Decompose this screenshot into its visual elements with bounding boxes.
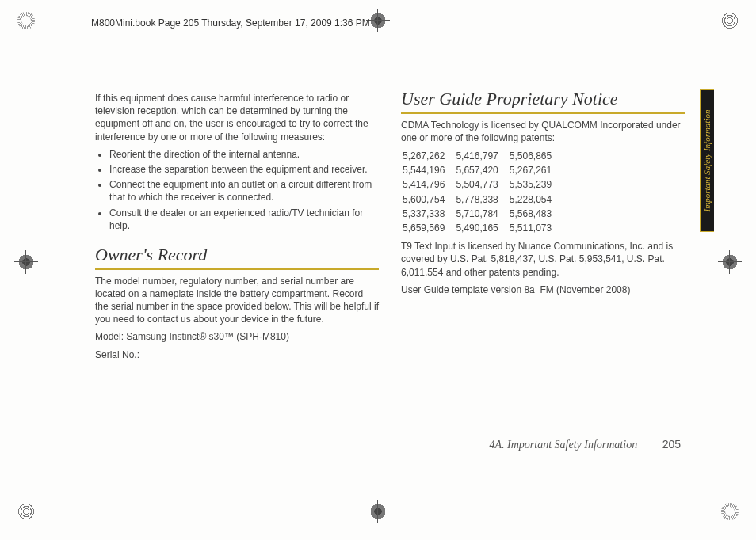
heading-proprietary-notice: User Guide Proprietary Notice <box>401 87 685 114</box>
owner-serial: Serial No.: <box>95 348 379 361</box>
owner-model: Model: Samsung Instinct® s30™ (SPH-M810) <box>95 330 379 343</box>
t9-paragraph: T9 Text Input is licensed by Nuance Comm… <box>401 240 685 279</box>
patent-table: 5,267,2625,416,7975,506,865 5,544,1965,6… <box>403 149 563 235</box>
measures-list: Reorient the direction of the internal a… <box>95 148 379 232</box>
intro-paragraph: If this equipment does cause harmful int… <box>95 92 379 143</box>
crop-mark-icon <box>17 253 35 271</box>
page-header: M800Mini.book Page 205 Thursday, Septemb… <box>91 17 665 32</box>
list-item: Consult the dealer or an experienced rad… <box>109 207 379 232</box>
table-row: 5,414,7965,504,7735,535,239 <box>403 177 563 192</box>
list-item: Reorient the direction of the internal a… <box>109 148 379 161</box>
page-number: 205 <box>662 438 681 451</box>
crop-mark-icon <box>721 503 739 520</box>
crop-mark-icon <box>721 12 739 29</box>
table-row: 5,267,2625,416,7975,506,865 <box>403 149 563 163</box>
crop-mark-icon <box>721 253 739 271</box>
crop-mark-icon <box>17 12 35 29</box>
page-footer: 4A. Important Safety Information 205 <box>489 438 681 451</box>
table-row: 5,337,3385,710,7845,568,483 <box>403 207 563 221</box>
list-item: Increase the separation between the equi… <box>109 163 379 176</box>
left-column: If this equipment does cause harmful int… <box>95 87 379 366</box>
side-tab-label: Important Safety Information <box>703 110 712 212</box>
list-item: Connect the equipment into an outlet on … <box>109 178 379 203</box>
heading-owners-record: Owner's Record <box>95 243 379 270</box>
right-column: User Guide Proprietary Notice CDMA Techn… <box>401 87 685 366</box>
table-row: 5,600,7545,778,3385,228,054 <box>403 192 563 207</box>
side-tab: Important Safety Information <box>700 89 714 232</box>
cdma-paragraph: CDMA Technology is licensed by QUALCOMM … <box>401 119 685 144</box>
crop-mark-icon <box>17 503 35 520</box>
footer-section: 4A. Important Safety Information <box>489 439 637 451</box>
owner-paragraph: The model number, regulatory number, and… <box>95 275 379 326</box>
table-row: 5,544,1965,657,4205,267,261 <box>403 163 563 177</box>
table-row: 5,659,5695,490,1655,511,073 <box>403 221 563 235</box>
template-version: User Guide template version 8a_FM (Novem… <box>401 283 685 296</box>
crop-mark-icon <box>369 503 387 520</box>
